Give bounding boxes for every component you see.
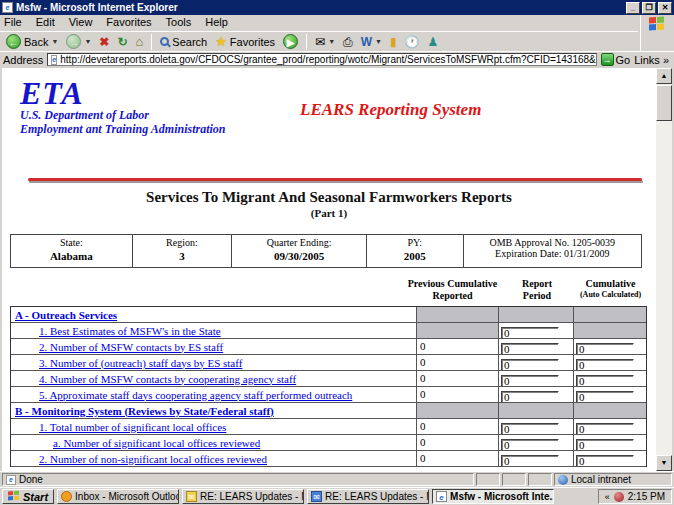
windows-logo-throbber bbox=[640, 15, 672, 51]
row-link[interactable]: 1. Total number of significant local off… bbox=[39, 421, 226, 433]
menu-file[interactable]: File bbox=[4, 16, 22, 28]
messenger-button[interactable]: ♟ bbox=[426, 35, 441, 49]
eta-logo: ETA U.S. Department of Labor Employment … bbox=[20, 78, 226, 136]
address-input[interactable]: e http://devetareports.doleta.gov/CFDOCS… bbox=[47, 53, 596, 66]
cumulative-input[interactable] bbox=[576, 455, 634, 467]
home-button[interactable]: ⌂ bbox=[133, 34, 145, 49]
status-bar: e Done Local intranet bbox=[0, 471, 674, 487]
scroll-down-icon[interactable]: ▼ bbox=[656, 455, 672, 471]
previous-cumulative-value: 0 bbox=[417, 371, 499, 386]
history-button[interactable]: 🕐 bbox=[403, 35, 422, 49]
menu-bar: File Edit View Favorites Tools Help bbox=[0, 15, 674, 30]
menu-favorites[interactable]: Favorites bbox=[106, 16, 151, 28]
menu-help[interactable]: Help bbox=[205, 16, 228, 28]
taskbar-button-ie-active[interactable]: e Msfw - Microsoft Inte... bbox=[432, 489, 554, 504]
back-button[interactable]: ← Back ▼ bbox=[4, 34, 60, 49]
back-dropdown-icon[interactable]: ▼ bbox=[51, 38, 58, 45]
previous-cumulative-value: 0 bbox=[417, 419, 499, 434]
report-subtitle: (Part 1) bbox=[2, 207, 656, 219]
cumulative-input[interactable] bbox=[576, 375, 634, 387]
desktop: e Msfw - Microsoft Internet Explorer _ ❐… bbox=[0, 0, 674, 505]
outlook-icon bbox=[61, 491, 72, 502]
status-pane bbox=[528, 473, 552, 486]
messenger-icon: ♟ bbox=[428, 35, 439, 49]
taskbar-button-email-2[interactable]: ✉ RE: LEARS Updates - Me... bbox=[307, 489, 429, 504]
favorites-icon: ★ bbox=[215, 34, 227, 49]
report-period-input[interactable] bbox=[501, 391, 559, 403]
title-bar: e Msfw - Microsoft Internet Explorer _ ❐… bbox=[0, 0, 674, 15]
col-report-period: Report Period bbox=[500, 278, 574, 302]
address-bar: Address e http://devetareports.doleta.go… bbox=[0, 51, 674, 67]
discuss-button[interactable]: ▮ bbox=[388, 35, 399, 49]
media-icon: ▶ bbox=[283, 34, 298, 49]
security-zone-pane: Local intranet bbox=[554, 473, 672, 486]
table-row: a. Number of significant local offices r… bbox=[11, 435, 646, 451]
page-favicon: e bbox=[51, 55, 57, 65]
taskbar-button-email-1[interactable]: ✉ RE: LEARS Updates - Me... bbox=[182, 489, 304, 504]
links-button[interactable]: Links » bbox=[634, 54, 671, 66]
report-period-input[interactable] bbox=[501, 375, 559, 387]
row-link[interactable]: 3. Number of (outreach) staff days by ES… bbox=[39, 357, 242, 369]
status-done-pane: e Done bbox=[2, 473, 474, 486]
refresh-button[interactable]: ↻ bbox=[115, 35, 129, 49]
report-period-input[interactable] bbox=[501, 359, 559, 371]
row-link[interactable]: 2. Number of non-significant local offic… bbox=[39, 453, 267, 465]
go-button[interactable]: → Go bbox=[601, 53, 631, 66]
menu-tools[interactable]: Tools bbox=[166, 16, 192, 28]
report-period-input[interactable] bbox=[501, 343, 559, 355]
intranet-zone-icon bbox=[558, 475, 568, 485]
print-icon: ⎙ bbox=[343, 35, 353, 49]
search-button[interactable]: Search bbox=[158, 36, 209, 48]
restore-button[interactable]: ❐ bbox=[642, 2, 656, 14]
stop-icon: ✖ bbox=[99, 35, 109, 49]
favorites-button[interactable]: ★ Favorites bbox=[213, 34, 277, 49]
taskbar-button-outlook[interactable]: Inbox - Microsoft Outlook bbox=[57, 489, 179, 504]
forward-button[interactable]: → ▼ bbox=[64, 34, 93, 49]
previous-cumulative-value: 0 bbox=[417, 451, 499, 466]
window-title: Msfw - Microsoft Internet Explorer bbox=[16, 2, 624, 13]
column-headers: Previous Cumulative Reported Report Peri… bbox=[2, 278, 647, 304]
table-row: 1. Best Estimates of MSFW's in the State bbox=[11, 323, 646, 339]
info-quarter: Quarter Ending: 09/30/2005 bbox=[232, 235, 367, 267]
cumulative-input[interactable] bbox=[576, 391, 634, 403]
row-link[interactable]: 1. Best Estimates of MSFW's in the State bbox=[39, 325, 221, 337]
scroll-up-icon[interactable]: ▲ bbox=[656, 68, 672, 84]
close-button[interactable]: ✕ bbox=[658, 2, 672, 14]
section-a-link[interactable]: A - Outreach Services bbox=[15, 309, 117, 321]
tray-chevron-icon[interactable]: « bbox=[605, 492, 610, 502]
media-button[interactable]: ▶ bbox=[281, 34, 300, 49]
report-period-input[interactable] bbox=[501, 327, 559, 339]
toolbar-separator bbox=[306, 34, 307, 50]
scrollbar-thumb[interactable] bbox=[656, 85, 672, 121]
report-period-input[interactable] bbox=[501, 439, 559, 451]
report-period-input[interactable] bbox=[501, 455, 559, 467]
previous-cumulative-value: 0 bbox=[417, 355, 499, 370]
previous-cumulative-value: 0 bbox=[417, 435, 499, 450]
minimize-button[interactable]: _ bbox=[626, 2, 640, 14]
row-link[interactable]: 5. Approximate staff days cooperating ag… bbox=[39, 389, 352, 401]
cumulative-input[interactable] bbox=[576, 343, 634, 355]
standard-buttons-toolbar: ← Back ▼ → ▼ ✖ ↻ ⌂ Search ★ Favorites ▶ … bbox=[0, 31, 638, 51]
cumulative-input[interactable] bbox=[576, 359, 634, 371]
address-url: http://devetareports.doleta.gov/CFDOCS/g… bbox=[60, 54, 596, 65]
report-period-input[interactable] bbox=[501, 423, 559, 435]
section-b-link[interactable]: B - Monitoring System (Reviews by State/… bbox=[15, 405, 274, 417]
forward-dropdown-icon[interactable]: ▼ bbox=[84, 38, 91, 45]
email-icon: ✉ bbox=[186, 491, 197, 502]
print-button[interactable]: ⎙ bbox=[341, 35, 355, 49]
mail-button[interactable]: ✉▼ bbox=[313, 35, 337, 49]
start-button[interactable]: Start bbox=[2, 489, 54, 504]
mail-icon: ✉ bbox=[315, 35, 325, 49]
vertical-scrollbar[interactable]: ▲ ▼ bbox=[656, 68, 672, 471]
eta-acronym: ETA bbox=[20, 78, 226, 108]
stop-button[interactable]: ✖ bbox=[97, 35, 111, 49]
tray-app-icon[interactable] bbox=[614, 492, 624, 502]
row-link[interactable]: 4. Number of MSFW contacts by cooperatin… bbox=[39, 373, 296, 385]
row-link[interactable]: a. Number of significant local offices r… bbox=[53, 437, 260, 449]
cumulative-input[interactable] bbox=[576, 439, 634, 451]
menu-edit[interactable]: Edit bbox=[36, 16, 55, 28]
edit-with-word-button[interactable]: W▼ bbox=[359, 35, 384, 49]
row-link[interactable]: 2. Number of MSFW contacts by ES staff bbox=[39, 341, 223, 353]
cumulative-input[interactable] bbox=[576, 423, 634, 435]
menu-view[interactable]: View bbox=[69, 16, 93, 28]
